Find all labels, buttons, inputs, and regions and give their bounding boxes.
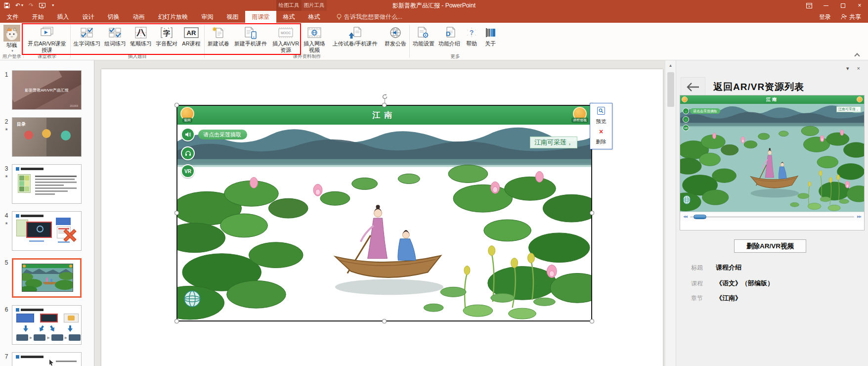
svg-text:字: 字 xyxy=(163,29,170,37)
slide-number: 6 xyxy=(5,306,8,313)
resize-handle-n[interactable] xyxy=(382,103,387,107)
headphone-icon: ∩ xyxy=(683,116,689,123)
rewind-icon[interactable]: ◀◀ xyxy=(683,215,687,219)
resize-handle-sw[interactable] xyxy=(174,319,179,323)
forward-icon[interactable]: ▶▶ xyxy=(857,215,861,219)
resize-handle-s[interactable] xyxy=(382,319,387,323)
tab-format-drawing[interactable]: 格式 xyxy=(276,11,302,23)
preview-poem: 江南可采莲， xyxy=(836,106,861,112)
ar-course-button[interactable]: AR AR课程 xyxy=(180,24,203,47)
tab-transitions[interactable]: 切换 xyxy=(101,11,126,23)
tab-design[interactable]: 设计 xyxy=(76,11,101,23)
ribbon-display-options-icon[interactable] xyxy=(801,0,818,11)
slide-thumbnail-7[interactable]: 7 xyxy=(1,352,94,366)
main-vertical-scrollbar[interactable]: ▲ xyxy=(665,60,676,366)
help-button[interactable]: ? 帮助 xyxy=(463,24,480,47)
delete-label[interactable]: 删除 xyxy=(596,138,607,145)
pane-close-icon[interactable]: × xyxy=(857,65,860,72)
resize-handle-nw[interactable] xyxy=(174,103,179,107)
mooc-icon: MOOC xyxy=(278,25,293,41)
tab-insert[interactable]: 插入 xyxy=(50,11,76,23)
settings-button[interactable]: 功能设置 xyxy=(411,24,436,47)
tell-me-box[interactable]: 告诉我您想要做什么... xyxy=(337,11,402,23)
sound-match-button[interactable]: 字 字音配对 xyxy=(154,24,179,47)
minimize-button[interactable] xyxy=(818,0,834,11)
word-practice-button[interactable]: 生字词练习 xyxy=(72,24,102,47)
user-account-button[interactable]: 邬巍 ▾ xyxy=(2,24,22,53)
share-button[interactable]: 共享 xyxy=(841,13,861,21)
slide-thumbnail-panel[interactable]: 1 影新普教AR/VR产品汇报 201903 2★ 目录 3★ xyxy=(0,60,94,366)
group-user-login: 邬巍 ▾ 用户登录 xyxy=(0,23,23,60)
slide-thumbnail-4[interactable]: 4★ xyxy=(1,211,94,251)
preview-icon[interactable] xyxy=(597,107,605,115)
delete-x-icon[interactable]: × xyxy=(599,128,603,135)
preview-prompt: 请点击采莲摘取 xyxy=(690,108,720,114)
slide-thumbnail-3[interactable]: 3★ xyxy=(1,164,94,204)
stroke-practice-button[interactable]: 笔顺练习 xyxy=(129,24,153,47)
announce-button[interactable]: 群发公告 xyxy=(383,24,408,47)
arvr-scene-object[interactable]: 江南 返回 课程巡视 请点击采莲摘取 VR xyxy=(176,105,592,321)
scene-course-patrol-button[interactable]: 课程巡视 xyxy=(571,107,588,123)
upload-exam-courseware-button[interactable]: 上传试卷/手机课件 xyxy=(328,24,382,47)
pane-dropdown-icon[interactable]: ▾ xyxy=(846,65,849,72)
video-controls[interactable]: ◀◀ ▶▶ xyxy=(680,212,864,221)
animation-star-icon: ★ xyxy=(4,174,8,179)
sign-in-link[interactable]: 登录 xyxy=(819,13,831,21)
scroll-up-icon[interactable]: ▲ xyxy=(665,60,676,68)
scene-back-button[interactable]: 返回 xyxy=(180,107,194,123)
start-slideshow-icon[interactable] xyxy=(39,3,45,8)
thumb-code: 201903 xyxy=(70,104,78,107)
customize-qat-icon[interactable]: ▾ xyxy=(51,3,54,7)
video-progress-track[interactable] xyxy=(690,216,854,218)
tab-view[interactable]: 视图 xyxy=(220,11,245,23)
insert-avvr-resource-button[interactable]: MOOC 插入AV/VR资源 xyxy=(270,24,301,53)
vr-button[interactable]: VR xyxy=(181,164,195,178)
video-scrubber[interactable] xyxy=(694,215,706,219)
maximize-button[interactable] xyxy=(834,0,851,11)
new-mobile-courseware-button[interactable]: 新建手机课件 xyxy=(232,24,269,47)
resize-handle-se[interactable] xyxy=(590,319,594,323)
slide-page[interactable]: 江南 返回 课程巡视 请点击采莲摘取 VR xyxy=(101,69,663,366)
animation-star-icon: ★ xyxy=(4,221,8,226)
resize-handle-e[interactable] xyxy=(590,211,594,215)
back-badge-icon xyxy=(682,96,688,102)
about-button[interactable]: 关于 xyxy=(481,24,499,47)
undo-icon[interactable]: ↶▾ xyxy=(15,2,23,8)
rotation-handle[interactable] xyxy=(382,93,388,102)
start-arvr-class-button[interactable]: 开启AR/VR课堂授课 xyxy=(25,24,69,53)
preview-label[interactable]: 预览 xyxy=(596,118,607,125)
slide-thumbnail-2[interactable]: 2★ 目录 xyxy=(1,117,94,157)
collapse-ribbon-icon[interactable] xyxy=(854,53,860,58)
speaker-icon[interactable] xyxy=(181,128,195,141)
resize-handle-w[interactable] xyxy=(174,211,179,215)
svg-text:AR: AR xyxy=(187,29,196,37)
scene-header: 江南 xyxy=(177,106,591,125)
tab-file[interactable]: 文件 xyxy=(0,11,25,23)
scrollbar-thumb[interactable] xyxy=(667,72,674,107)
slide-thumbnail-1[interactable]: 1 影新普教AR/VR产品汇报 201903 xyxy=(1,70,94,110)
tab-home[interactable]: 开始 xyxy=(25,11,50,23)
tab-review[interactable]: 审阅 xyxy=(195,11,220,23)
insert-web-video-button[interactable]: 插入网络视频 xyxy=(302,24,327,53)
d-document-icon: D xyxy=(443,25,456,41)
headphone-icon[interactable] xyxy=(181,146,195,160)
save-icon[interactable] xyxy=(4,2,10,8)
tab-animations[interactable]: 动画 xyxy=(126,11,151,23)
pane-back-button[interactable] xyxy=(681,77,705,97)
slide-thumbnail-6[interactable]: 6 ▶▶▶ xyxy=(1,305,94,345)
slide-thumbnail-5-selected[interactable]: 5 xyxy=(1,258,94,298)
avatar xyxy=(3,25,20,42)
tab-slideshow[interactable]: 幻灯片放映 xyxy=(151,11,195,23)
close-button[interactable]: × xyxy=(851,0,868,11)
feature-intro-button[interactable]: D 功能介绍 xyxy=(437,24,462,47)
video-preview[interactable]: 江南 ♪ 请点击采莲摘取 江南可采莲， ∩ VR ◀◀ ▶▶ xyxy=(680,95,865,230)
new-exam-button[interactable]: 新建试卷 xyxy=(206,24,231,47)
tab-rain-classroom[interactable]: 雨课堂 xyxy=(245,11,276,23)
window-controls: × xyxy=(801,0,868,11)
tab-format-picture[interactable]: 格式 xyxy=(302,11,327,23)
phrase-practice-button[interactable]: 组词练习 xyxy=(103,24,128,47)
character-bracket-icon: 字 xyxy=(160,25,173,41)
group-label: 插入题目 xyxy=(72,53,203,60)
delete-arvr-video-button[interactable]: 删除AR/VR视频 xyxy=(734,239,806,253)
slide-editing-area[interactable]: 江南 返回 课程巡视 请点击采莲摘取 VR xyxy=(94,60,665,366)
